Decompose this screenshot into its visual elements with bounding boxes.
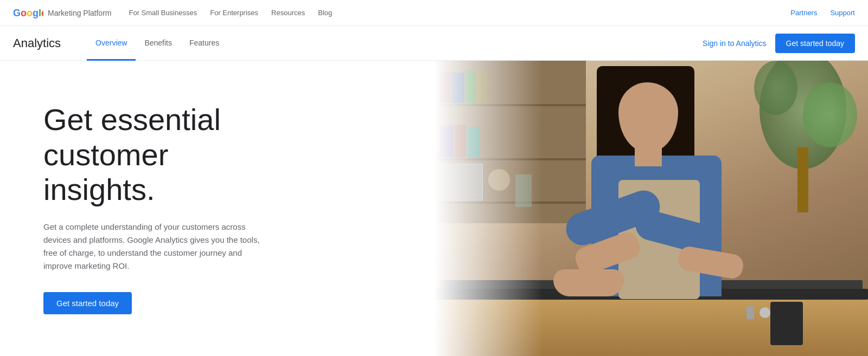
nav-link-enterprises[interactable]: For Enterprises (210, 9, 258, 17)
platform-name: Marketing Platform (48, 9, 111, 17)
top-nav-links: For Small Businesses For Enterprises Res… (129, 9, 790, 17)
hero-headline: Get essential customer insights. (43, 102, 282, 207)
second-nav-links: Overview Benefits Features (87, 26, 703, 60)
svg-text:Google: Google (13, 8, 43, 18)
get-started-button-hero[interactable]: Get started today (43, 292, 132, 314)
nav-link-small-businesses[interactable]: For Small Businesses (129, 9, 197, 17)
analytics-title: Analytics (13, 36, 61, 50)
hero-description: Get a complete understanding of your cus… (43, 221, 260, 273)
hero-image (434, 61, 868, 356)
woman-figure (499, 61, 868, 356)
second-nav-right: Sign in to Analytics Get started today (703, 34, 855, 53)
nav-link-partners[interactable]: Partners (790, 9, 817, 17)
hero-section: Get essential customer insights. Get a c… (0, 61, 868, 356)
nav-link-resources[interactable]: Resources (271, 9, 305, 17)
get-started-button-header[interactable]: Get started today (775, 34, 855, 53)
second-navigation: Analytics Overview Benefits Features Sig… (0, 26, 868, 61)
top-navigation: Google Marketing Platform For Small Busi… (0, 0, 868, 26)
nav-tab-features[interactable]: Features (181, 27, 228, 61)
nav-link-blog[interactable]: Blog (318, 9, 332, 17)
hero-content: Get essential customer insights. Get a c… (0, 61, 412, 356)
top-nav-right: Partners Support (790, 9, 855, 17)
google-logo: Google (13, 8, 43, 18)
nav-tab-overview[interactable]: Overview (87, 27, 136, 61)
sign-in-analytics-link[interactable]: Sign in to Analytics (703, 39, 767, 48)
nav-link-support[interactable]: Support (830, 9, 855, 17)
image-fade-overlay (434, 61, 542, 356)
nav-tab-benefits[interactable]: Benefits (136, 27, 181, 61)
